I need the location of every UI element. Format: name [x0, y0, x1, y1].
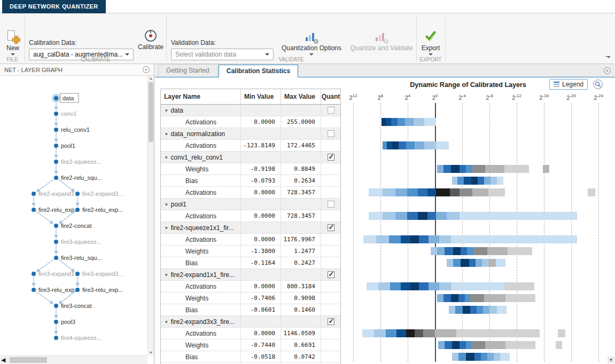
graph-node-label[interactable]: fire2-relu_squ... — [61, 175, 102, 181]
layer-group-row[interactable]: ▾fire2-expand3x3_fire... — [161, 316, 340, 328]
graph-node-label[interactable]: fire2-expand3... — [82, 191, 123, 197]
graph-node-label[interactable]: fire2-relu_exp... — [38, 207, 79, 213]
graph-node-label[interactable]: fire3-relu_exp... — [82, 287, 123, 293]
quantize-checkbox[interactable] — [328, 271, 334, 278]
quantize-checkbox[interactable] — [328, 224, 334, 231]
layer-group-row[interactable]: ▾data — [161, 105, 340, 116]
layer-group-row[interactable]: ▾fire2-expand1x1_fire... — [161, 269, 340, 281]
export-button[interactable]: Export — [418, 30, 443, 56]
graph-node-label[interactable]: data — [63, 95, 74, 101]
quantize-checkbox[interactable] — [328, 107, 334, 114]
graph-node-label[interactable]: fire2-squeeze... — [61, 159, 102, 165]
table-row[interactable]: Activations-123.8149172.4465 — [161, 140, 340, 152]
new-button[interactable]: New — [2, 30, 24, 56]
tab-getting-started[interactable]: Getting Started — [158, 64, 217, 77]
layer-group-row[interactable]: ▾conv1_relu_conv1 — [161, 152, 340, 163]
graph-node-label[interactable]: fire3-squeeze... — [61, 239, 102, 245]
collapse-triangle-icon[interactable]: ▾ — [165, 319, 168, 325]
table-row[interactable]: Weights-0.74400.6691 — [161, 339, 340, 351]
quantize-checkbox[interactable] — [328, 201, 334, 208]
graph-node-label[interactable]: fire2-relu_exp... — [82, 207, 123, 213]
table-row[interactable]: Activations0.0000800.3184 — [161, 281, 340, 292]
table-row[interactable]: Weights-1.38001.2477 — [161, 246, 340, 257]
graph-node[interactable] — [32, 192, 36, 196]
collapse-toolstrip-icon[interactable] — [605, 56, 611, 61]
graph-node-label[interactable]: fire3-concat — [61, 303, 91, 309]
quantize-checkbox[interactable] — [328, 130, 334, 137]
graph-node[interactable] — [54, 112, 58, 116]
graph-node[interactable] — [54, 320, 58, 324]
app-tab-deep-network-quantizer[interactable]: DEEP NETWORK QUANTIZER — [2, 0, 106, 13]
graph-node-label[interactable]: pool3 — [61, 319, 75, 325]
collapse-triangle-icon[interactable]: ▾ — [165, 272, 168, 278]
graph-node-label[interactable]: fire3-relu_squ... — [61, 255, 102, 261]
layer-graph-vertical-scrollbar[interactable]: ▲ ▼ — [147, 76, 154, 355]
quantization-options-button[interactable]: ⚙ Quantization Options — [278, 30, 345, 56]
table-row[interactable]: Bias-0.07930.2634 — [161, 175, 340, 187]
quantize-checkbox[interactable] — [328, 318, 334, 325]
layer-group-row[interactable]: ▾fire2-squeeze1x1_fir... — [161, 222, 340, 234]
table-row[interactable]: Activations0.0000255.0000 — [161, 116, 340, 128]
collapse-triangle-icon[interactable]: ▾ — [165, 155, 168, 160]
zoom-icon[interactable] — [593, 80, 603, 89]
scroll-left-icon[interactable]: ◀ — [1, 357, 5, 363]
table-row[interactable]: Bias-0.05180.0742 — [161, 351, 340, 363]
tab-calibration-statistics[interactable]: Calibration Statistics — [219, 65, 298, 77]
table-row[interactable]: Weights-0.74060.9098 — [161, 292, 340, 304]
table-row[interactable]: Activations0.0000728.3457 — [161, 187, 340, 199]
graph-node-label[interactable]: relu_conv1 — [61, 126, 90, 133]
table-row[interactable]: Activations0.00001176.9967 — [161, 234, 340, 246]
legend-button[interactable]: Legend — [549, 79, 588, 90]
column-header[interactable]: Quant — [321, 89, 340, 104]
graph-node[interactable] — [54, 240, 58, 244]
graph-node-label[interactable]: fire3-expand1... — [38, 271, 79, 277]
graph-node-label[interactable]: fire3-relu_exp... — [38, 287, 79, 293]
column-header[interactable]: Min Value — [241, 89, 281, 104]
graph-node-label[interactable]: fire3-expand3... — [82, 271, 123, 277]
collapse-triangle-icon[interactable]: ▾ — [165, 225, 168, 231]
graph-node-label[interactable]: fire4-squeeze... — [61, 335, 102, 341]
graph-node[interactable] — [54, 224, 58, 228]
graph-node[interactable] — [54, 176, 58, 180]
scrollbar-thumb[interactable] — [10, 357, 47, 363]
graph-node[interactable] — [75, 192, 80, 196]
graph-node[interactable] — [54, 96, 58, 100]
graph-node-label[interactable]: fire2-expand1... — [38, 191, 79, 197]
scroll-up-icon[interactable]: ▲ — [149, 76, 153, 81]
collapse-triangle-icon[interactable]: ▾ — [165, 202, 168, 207]
graph-node[interactable] — [54, 256, 58, 260]
layer-graph-horizontal-scrollbar[interactable]: ◀ — [0, 355, 147, 364]
graph-node-label[interactable]: conv1 — [61, 110, 76, 117]
graph-node[interactable] — [54, 144, 58, 148]
layer-group-row[interactable]: ▾pool1 — [161, 199, 340, 210]
scroll-down-icon[interactable]: ▼ — [608, 357, 614, 363]
graph-node[interactable] — [54, 304, 58, 308]
graph-node[interactable] — [32, 288, 36, 292]
panel-options-icon[interactable] — [604, 67, 611, 74]
scrollbar-thumb[interactable] — [149, 82, 153, 142]
layer-group-row[interactable]: ▾data_normalization — [161, 128, 340, 140]
graph-node[interactable] — [75, 288, 80, 292]
graph-node[interactable] — [32, 272, 36, 276]
column-header[interactable]: Layer Name — [161, 89, 241, 104]
quantize-checkbox[interactable] — [328, 154, 334, 161]
collapse-triangle-icon[interactable]: ▾ — [165, 131, 168, 137]
graph-node[interactable] — [54, 160, 58, 164]
table-row[interactable]: Activations0.0000728.3457 — [161, 210, 340, 222]
table-row[interactable]: Activations0.00001146.0509 — [161, 328, 340, 339]
graph-node[interactable] — [32, 208, 36, 212]
table-row[interactable]: Bias-0.11640.2427 — [161, 257, 340, 269]
scroll-down-icon[interactable]: ▼ — [149, 350, 153, 355]
collapse-triangle-icon[interactable]: ▾ — [165, 108, 168, 113]
table-row[interactable]: Weights-0.91980.8849 — [161, 163, 340, 175]
column-header[interactable]: Max Value — [281, 89, 321, 104]
table-row[interactable]: Bias-0.06010.1460 — [161, 304, 340, 316]
graph-node-label[interactable]: fire2-concat — [61, 223, 91, 229]
graph-node-label[interactable]: pool1 — [61, 143, 75, 149]
graph-node[interactable] — [75, 208, 80, 212]
graph-node[interactable] — [54, 336, 58, 340]
panel-options-icon[interactable] — [143, 66, 150, 73]
graph-node[interactable] — [54, 128, 58, 132]
layer-graph-canvas[interactable]: dataconv1relu_conv1pool1fire2-squeeze...… — [0, 76, 147, 355]
graph-node[interactable] — [75, 272, 80, 276]
